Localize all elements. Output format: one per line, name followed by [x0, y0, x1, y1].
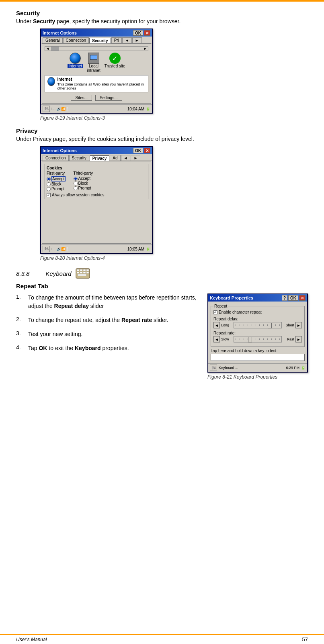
enable-char-repeat-checkbox: ✓	[213, 310, 217, 314]
privacy-dialog-ok-button[interactable]: OK	[133, 148, 143, 153]
scroll-bar[interactable]: ◄ ►	[45, 46, 148, 51]
enable-char-repeat-label: Enable character repeat	[219, 310, 262, 314]
enable-char-repeat[interactable]: ✓ Enable character repeat	[213, 310, 302, 314]
privacy-tab-ad[interactable]: Ad	[110, 155, 120, 161]
privacy-title: Privacy	[16, 127, 308, 134]
third-party-block[interactable]: Block	[74, 181, 93, 185]
session-cookies-item[interactable]: ✓ Always allow session cookies	[47, 193, 146, 197]
privacy-tab-security[interactable]: Security	[69, 155, 89, 161]
first-party-block-radio	[47, 182, 51, 186]
repeat-rate-track[interactable]	[234, 336, 282, 342]
repeat-delay-thumb[interactable]	[268, 323, 272, 328]
step-3: 3. Test your new setting.	[16, 330, 199, 338]
first-party-accept-label: Accept	[51, 176, 66, 181]
zone-trusted[interactable]: ✓ Trusted site	[105, 53, 125, 73]
repeat-rate-thumb[interactable]	[248, 337, 252, 342]
dialog-close-button[interactable]: ✕	[144, 30, 150, 36]
repeat-delay-dots	[236, 325, 280, 326]
privacy-taskbar-apps: I... 🔊📶❕	[51, 247, 70, 251]
repeat-rate-right-arrow[interactable]: ►	[295, 336, 302, 342]
zone-local-intranet[interactable]: Localintranet	[87, 53, 100, 73]
kbd-taskbar: 🏁 Keyboard ... 6:29 PM 🔋	[208, 363, 307, 372]
third-party-accept[interactable]: Accept	[74, 176, 93, 181]
repeat-rate-dots	[236, 339, 280, 340]
third-party-header: Third-party	[74, 171, 93, 175]
privacy-dialog-body: Cookies First-party Accept Bloc	[42, 161, 151, 244]
tab-security[interactable]: Security	[89, 38, 111, 43]
taskbar-apps: I... 🔊📶❕	[51, 107, 70, 111]
first-party-prompt[interactable]: Prompt	[47, 187, 66, 191]
step-4-num: 4.	[16, 344, 28, 351]
settings-button[interactable]: Settings...	[95, 95, 122, 101]
section-838: 8.3.8 Keyboard	[16, 268, 308, 279]
third-party-prompt[interactable]: Prompt	[74, 186, 93, 190]
privacy-dialog-title: Internet Options	[43, 148, 133, 153]
kbd-test-label: Tap here and hold down a key to test:	[211, 348, 305, 353]
step-1-text: To change the amount of time between tap…	[28, 293, 199, 310]
first-party-block[interactable]: Block	[47, 182, 66, 186]
cookies-title: Cookies	[47, 166, 146, 170]
privacy-dialog-close-button[interactable]: ✕	[144, 148, 150, 153]
kbd-help-button[interactable]: ?	[282, 295, 287, 301]
step-3-text: Test your new setting.	[28, 330, 199, 338]
manual-label: User's Manual	[16, 637, 47, 642]
start-button[interactable]: 🏁	[43, 106, 50, 112]
security-title: Security	[16, 10, 308, 16]
repeat-delay-right-arrow[interactable]: ►	[295, 322, 302, 328]
figure-security: Internet Options OK ✕ General Connection…	[40, 29, 308, 121]
taskbar-time: 10:04 AM	[127, 107, 144, 111]
dialog-titlebar: Internet Options OK ✕	[41, 29, 152, 37]
repeat-rate-left-arrow[interactable]: ◄	[213, 336, 220, 342]
step-1-num: 1.	[16, 293, 28, 300]
step-4-text: Tap OK to exit the Keyboard properties.	[28, 344, 199, 353]
keyboard-properties-dialog: Keyboard Properties ? OK ✕ Repeat	[207, 293, 308, 373]
zone-internet[interactable]: Internet	[68, 53, 83, 73]
privacy-start-button[interactable]: 🏁	[43, 246, 50, 252]
privacy-taskbar-time: 10:05 AM	[127, 247, 144, 251]
privacy-tab-privacy[interactable]: Privacy	[90, 155, 110, 161]
tab-connection[interactable]: Connection	[63, 37, 89, 43]
section-838-spacer	[33, 270, 41, 277]
tab-general[interactable]: General	[43, 37, 63, 43]
kbd-close-button[interactable]: ✕	[299, 295, 306, 301]
tab-scroll-right[interactable]: ►	[132, 37, 142, 43]
third-party-accept-label: Accept	[78, 176, 91, 181]
security-action-buttons: Sites... Settings...	[45, 95, 148, 101]
security-info-box: Internet This zone contains all Web site…	[45, 75, 148, 92]
zone-trusted-label: Trusted site	[105, 64, 125, 68]
svg-rect-8	[86, 272, 89, 273]
repeat-delay-left-arrow[interactable]: ◄	[213, 322, 220, 328]
first-party-accept[interactable]: Accept	[47, 176, 66, 181]
security-desc: Under Security page, specify the securit…	[16, 18, 308, 24]
repeat-legend: Repeat	[213, 304, 228, 308]
first-party-prompt-label: Prompt	[51, 187, 64, 191]
kbd-body: Repeat ✓ Enable character repeat Repeat …	[208, 302, 307, 363]
globe-icon-small	[47, 77, 55, 86]
privacy-tab-scroll-left[interactable]: ◄	[121, 155, 131, 161]
kbd-ok-button[interactable]: OK	[288, 295, 298, 301]
repeat-tab-title: Repeat Tab	[16, 283, 308, 289]
security-info-title: Internet	[57, 77, 146, 82]
step-1: 1. To change the amount of time between …	[16, 293, 199, 310]
repeat-delay-slider-row: ◄ Long	[213, 322, 302, 328]
privacy-tab-scroll-right[interactable]: ►	[131, 155, 140, 161]
dialog-ok-button[interactable]: OK	[133, 30, 143, 36]
third-party-block-radio	[74, 181, 78, 185]
dialog-taskbar: 🏁 I... 🔊📶❕ 10:04 AM 🔋	[41, 104, 152, 113]
computer-icon	[88, 53, 99, 64]
zone-intranet-label: Localintranet	[87, 64, 100, 73]
kbd-start-button[interactable]: 🏁	[210, 365, 217, 371]
repeat-delay-short: Short	[283, 323, 294, 327]
third-party-accept-radio	[74, 177, 78, 181]
kbd-taskbar-keyboard: Keyboard ...	[219, 366, 238, 370]
sites-button[interactable]: Sites...	[71, 95, 92, 101]
kbd-test-box[interactable]	[211, 354, 305, 361]
repeat-delay-track[interactable]	[234, 322, 282, 328]
kbd-titlebar: Keyboard Properties ? OK ✕	[208, 294, 307, 302]
repeat-fieldset: Repeat ✓ Enable character repeat Repeat …	[211, 304, 305, 347]
tab-scroll-left[interactable]: ◄	[122, 37, 132, 43]
tab-pri[interactable]: Pri	[111, 37, 122, 43]
first-party-col: First-party Accept Block	[47, 171, 66, 192]
privacy-desc: Under Privacy page, specify the cookies …	[16, 136, 308, 142]
privacy-tab-connection[interactable]: Connection	[43, 155, 69, 161]
